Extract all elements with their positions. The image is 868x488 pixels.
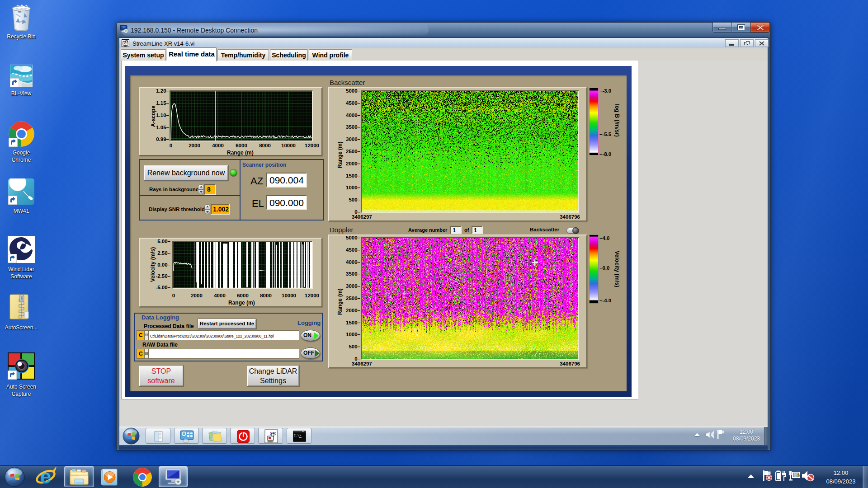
svg-text:C:\>: C:\> <box>294 434 301 437</box>
svg-text:e: e <box>40 466 51 487</box>
